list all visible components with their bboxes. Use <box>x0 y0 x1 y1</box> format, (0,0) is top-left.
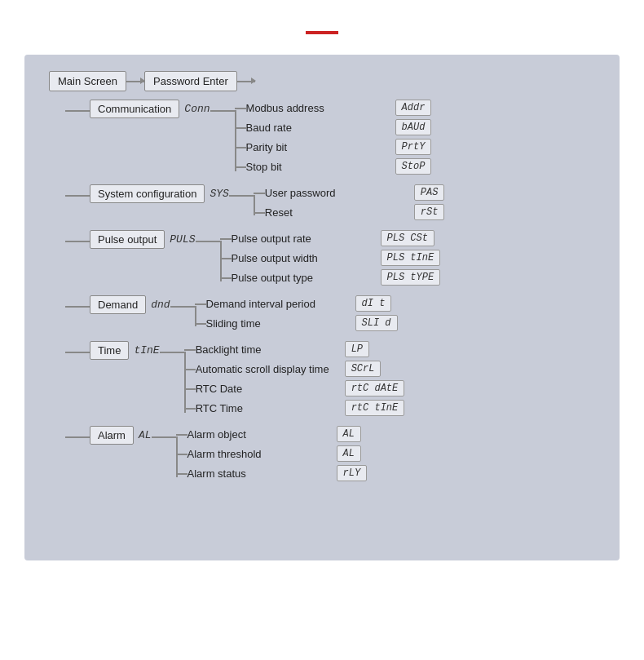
items-area-system-config: User passwordPASResetrSt <box>254 184 445 224</box>
item-pulse-output-2: Pulse output typePLS tYPE <box>232 269 441 286</box>
h-line-system-config <box>65 195 90 197</box>
page-header <box>0 0 644 47</box>
items-area-demand: Demand interval perioddI tSliding timeSL… <box>195 295 398 334</box>
section-row-pulse-output: Pulse outputPULSPulse output ratePLS CSt… <box>65 230 603 289</box>
section-code-communication: Conn <box>184 103 210 115</box>
label-group-alarm: AlarmAL <box>90 426 152 445</box>
section-row-communication: CommunicationConnModbus addressAddrBaud … <box>65 100 603 178</box>
section-code-time: tInE <box>134 344 159 357</box>
section-label-alarm: Alarm <box>90 426 134 445</box>
item-label-communication-1: Baud rate <box>246 122 389 134</box>
tick-demand-1 <box>195 323 206 325</box>
tick-alarm-1 <box>176 454 187 455</box>
item-code-alarm-2: rLY <box>337 465 368 481</box>
item-code-pulse-output-0: PLS CSt <box>381 230 434 246</box>
item-alarm-1: Alarm thresholdAL <box>187 445 368 462</box>
item-code-alarm-1: AL <box>337 445 361 462</box>
item-time-3: RTC TimertC tInE <box>196 400 405 416</box>
section-label-system-config: System configuration <box>90 184 205 203</box>
item-communication-2: Parity bitPrtY <box>246 139 432 155</box>
password-enter-box[interactable]: Password Enter <box>144 71 237 91</box>
tick-communication-2 <box>235 147 246 148</box>
item-label-pulse-output-1: Pulse output width <box>232 252 374 264</box>
h-line2-time <box>160 352 184 353</box>
section-label-pulse-output: Pulse output <box>90 230 165 249</box>
item-system-config-0: User passwordPAS <box>265 184 445 201</box>
label-group-system-config: System configurationSYS <box>90 184 229 203</box>
section-code-demand: dnd <box>151 299 170 311</box>
tick-communication-3 <box>235 166 246 168</box>
item-label-alarm-2: Alarm status <box>187 467 330 480</box>
section-label-communication: Communication <box>90 100 179 118</box>
section-row-demand: DemanddndDemand interval perioddI tSlidi… <box>65 295 603 334</box>
v-line-pulse-output <box>220 241 222 281</box>
v-line-time <box>184 352 186 413</box>
tick-time-0 <box>184 349 196 351</box>
h-line-time <box>65 352 90 353</box>
diagram-area: Main Screen Password Enter Communication… <box>24 55 620 560</box>
item-demand-1: Sliding timeSLI d <box>206 315 398 331</box>
item-code-demand-1: SLI d <box>355 315 398 331</box>
label-group-time: TimetInE <box>90 341 160 360</box>
item-label-time-2: RTC Date <box>196 383 338 395</box>
tree-area: CommunicationConnModbus addressAddrBaud … <box>41 100 603 485</box>
item-code-time-0: LP <box>345 341 369 357</box>
item-code-pulse-output-2: PLS tYPE <box>381 269 441 286</box>
item-system-config-1: ResetrSt <box>265 204 445 220</box>
tick-pulse-output-0 <box>220 238 232 240</box>
item-communication-0: Modbus addressAddr <box>246 100 432 116</box>
item-code-demand-0: dI t <box>355 295 392 312</box>
h-line-alarm <box>65 436 90 438</box>
item-demand-0: Demand interval perioddI t <box>206 295 398 312</box>
tick-alarm-0 <box>176 434 187 436</box>
item-communication-3: Stop bitStoP <box>246 158 432 175</box>
item-label-alarm-1: Alarm threshold <box>187 448 330 460</box>
tick-demand-0 <box>195 303 206 305</box>
main-screen-box[interactable]: Main Screen <box>49 71 126 91</box>
section-code-system-config: SYS <box>210 188 228 200</box>
tick-communication-1 <box>235 127 246 129</box>
item-label-system-config-0: User password <box>265 187 408 199</box>
items-area-communication: Modbus addressAddrBaud ratebAUdParity bi… <box>235 100 432 178</box>
h-line2-communication <box>210 110 235 112</box>
item-time-2: RTC DatertC dAtE <box>196 380 405 396</box>
tick-system-config-0 <box>254 193 265 194</box>
item-code-alarm-0: AL <box>337 426 361 442</box>
item-label-pulse-output-2: Pulse output type <box>232 272 374 284</box>
item-pulse-output-1: Pulse output widthPLS tInE <box>232 250 441 266</box>
nav-row: Main Screen Password Enter <box>41 71 603 91</box>
item-label-alarm-0: Alarm object <box>187 428 330 441</box>
items-area-alarm: Alarm objectALAlarm thresholdALAlarm sta… <box>176 426 368 485</box>
item-code-pulse-output-1: PLS tInE <box>381 250 441 266</box>
h-line2-system-config <box>229 195 254 197</box>
h-line2-alarm <box>152 436 176 438</box>
item-code-communication-2: PrtY <box>395 139 432 155</box>
item-time-0: Backlight timeLP <box>196 341 405 357</box>
v-line-communication <box>235 110 236 171</box>
item-alarm-2: Alarm statusrLY <box>187 465 368 481</box>
item-code-time-1: SCrL <box>345 361 382 377</box>
item-code-communication-1: bAUd <box>395 119 432 135</box>
tick-alarm-2 <box>176 473 187 475</box>
item-label-demand-0: Demand interval period <box>206 298 349 310</box>
sections-wrapper: CommunicationConnModbus addressAddrBaud … <box>65 100 603 485</box>
label-group-communication: CommunicationConn <box>90 100 210 118</box>
item-label-system-config-1: Reset <box>265 206 408 219</box>
item-label-time-3: RTC Time <box>196 402 338 414</box>
tick-pulse-output-1 <box>220 258 232 259</box>
tick-communication-0 <box>235 108 246 109</box>
item-label-time-0: Backlight time <box>196 343 338 356</box>
label-group-pulse-output: Pulse outputPULS <box>90 230 196 249</box>
section-row-system-config: System configurationSYSUser passwordPASR… <box>65 184 603 224</box>
h-line-pulse-output <box>65 241 90 242</box>
item-code-time-2: rtC dAtE <box>345 380 405 396</box>
h-line2-pulse-output <box>196 241 220 242</box>
item-code-communication-0: Addr <box>395 100 432 116</box>
h-line-communication <box>65 110 90 112</box>
h-line-demand <box>65 306 90 308</box>
label-group-demand: Demanddnd <box>90 295 170 314</box>
item-alarm-0: Alarm objectAL <box>187 426 368 442</box>
item-communication-1: Baud ratebAUd <box>246 119 432 135</box>
item-code-system-config-0: PAS <box>414 184 445 201</box>
item-pulse-output-0: Pulse output ratePLS CSt <box>232 230 441 246</box>
